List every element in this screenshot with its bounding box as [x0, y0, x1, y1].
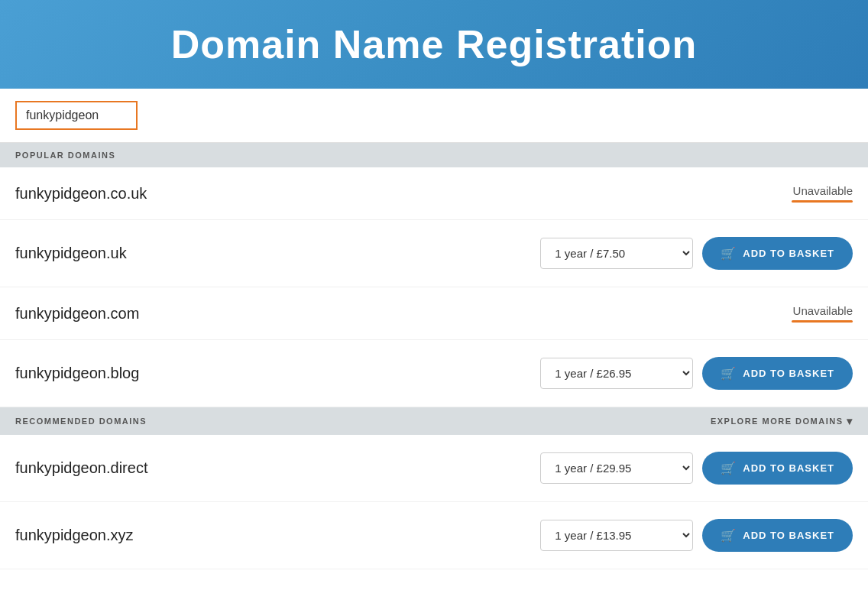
- domain-name-0: funkypidgeon.direct: [15, 459, 540, 477]
- page-header: Domain Name Registration: [0, 0, 868, 89]
- sections-container: POPULAR DOMAINSfunkypidgeon.co.ukUnavail…: [0, 143, 868, 569]
- add-to-basket-button-funkypidgeon.uk[interactable]: 🛒ADD TO BASKET: [702, 237, 853, 270]
- status-unavailable: Unavailable: [792, 304, 853, 323]
- domain-name-3: funkypidgeon.blog: [15, 365, 540, 382]
- section-label-recommended: RECOMMENDED DOMAINS: [15, 417, 147, 426]
- add-to-basket-button-funkypidgeon.direct[interactable]: 🛒ADD TO BASKET: [702, 452, 853, 485]
- cart-icon: 🛒: [721, 366, 737, 381]
- cart-icon: 🛒: [721, 528, 737, 543]
- add-to-basket-label: ADD TO BASKET: [743, 368, 834, 379]
- domain-row-funkypidgeon.co.uk: funkypidgeon.co.ukUnavailable: [0, 167, 868, 220]
- cart-icon: 🛒: [721, 461, 737, 475]
- domain-row-funkypidgeon.com: funkypidgeon.comUnavailable: [0, 287, 868, 340]
- domain-name-2: funkypidgeon.com: [15, 305, 792, 323]
- unavailable-underline: [792, 320, 853, 323]
- domain-row-funkypidgeon.blog: funkypidgeon.blog1 year / £26.952 years …: [0, 340, 868, 407]
- domain-row-funkypidgeon.direct: funkypidgeon.direct1 year / £29.952 year…: [0, 435, 868, 502]
- add-to-basket-button-funkypidgeon.blog[interactable]: 🛒ADD TO BASKET: [702, 357, 853, 390]
- section-header-popular: POPULAR DOMAINS: [0, 143, 868, 167]
- year-select-funkypidgeon.direct[interactable]: 1 year / £29.952 years / £59.90: [540, 452, 693, 484]
- domain-name-0: funkypidgeon.co.uk: [15, 185, 792, 203]
- year-select-funkypidgeon.uk[interactable]: 1 year / £7.502 years / £15.00: [540, 238, 693, 269]
- domain-row-funkypidgeon.uk: funkypidgeon.uk1 year / £7.502 years / £…: [0, 220, 868, 287]
- year-select-funkypidgeon.xyz[interactable]: 1 year / £13.952 years / £27.90: [540, 520, 693, 551]
- year-select-funkypidgeon.blog[interactable]: 1 year / £26.952 years / £53.90: [540, 358, 693, 389]
- unavailable-text: Unavailable: [792, 304, 853, 317]
- add-to-basket-label: ADD TO BASKET: [743, 248, 834, 259]
- add-to-basket-label: ADD TO BASKET: [743, 530, 834, 541]
- cart-icon: 🛒: [721, 246, 737, 261]
- explore-more-button[interactable]: EXPLORE MORE DOMAINS: [711, 415, 853, 427]
- section-label-popular: POPULAR DOMAINS: [15, 151, 115, 160]
- unavailable-text: Unavailable: [792, 184, 853, 197]
- add-to-basket-button-funkypidgeon.xyz[interactable]: 🛒ADD TO BASKET: [702, 519, 853, 552]
- section-header-recommended: RECOMMENDED DOMAINSEXPLORE MORE DOMAINS: [0, 407, 868, 435]
- unavailable-underline: [792, 200, 853, 203]
- search-bar: [0, 89, 868, 143]
- search-input[interactable]: [15, 101, 138, 130]
- domain-row-funkypidgeon.xyz: funkypidgeon.xyz1 year / £13.952 years /…: [0, 502, 868, 569]
- domain-name-1: funkypidgeon.xyz: [15, 527, 540, 544]
- add-to-basket-label: ADD TO BASKET: [743, 462, 834, 474]
- domain-name-1: funkypidgeon.uk: [15, 245, 540, 262]
- status-unavailable: Unavailable: [792, 184, 853, 203]
- page-title: Domain Name Registration: [15, 21, 853, 67]
